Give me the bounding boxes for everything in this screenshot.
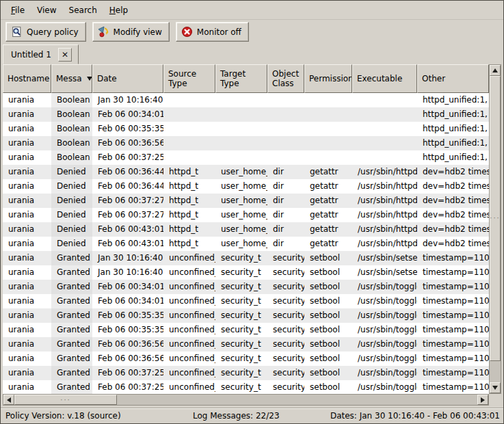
cell-target: security_t	[215, 323, 267, 337]
modify-view-button[interactable]: Modify view	[92, 22, 170, 42]
cell-objclass	[267, 93, 304, 107]
sort-desc-icon	[87, 77, 92, 81]
cell-executable	[352, 122, 417, 136]
cell-hostname: urania	[3, 222, 51, 237]
tab-close-button[interactable]: ✕	[58, 48, 72, 62]
scroll-up-button[interactable]	[490, 65, 501, 76]
cell-other: dev=hdb2 timesta	[417, 165, 489, 179]
scroll-down-button[interactable]	[490, 382, 501, 393]
cell-permission: getattr	[304, 237, 352, 251]
cell-permission: getattr	[304, 208, 352, 222]
table-row[interactable]: uraniaGrantedFeb 06 00:36:56unconfined_s…	[3, 337, 489, 352]
cell-date: Feb 06 00:34:01	[92, 280, 163, 294]
cell-objclass: security	[267, 352, 304, 366]
table-row[interactable]: uraniaDeniedFeb 06 00:37:27httpd_tuser_h…	[3, 208, 489, 222]
cell-target	[215, 107, 267, 122]
cell-hostname: urania	[3, 265, 51, 280]
cell-message: Boolean	[51, 122, 92, 136]
monitor-off-label: Monitor off	[197, 27, 241, 37]
cell-executable: /usr/sbin/httpd	[352, 237, 417, 251]
horizontal-scrollbar[interactable]: ···	[3, 394, 489, 406]
table-row[interactable]: uraniaGrantedFeb 06 00:35:35unconfined_s…	[3, 323, 489, 337]
scroll-left-button[interactable]	[3, 395, 14, 405]
tab-untitled-1[interactable]: Untitled 1 ✕	[3, 44, 79, 64]
cell-hostname: urania	[3, 194, 51, 208]
cell-date: Jan 30 10:16:40	[92, 93, 163, 107]
table-row[interactable]: uraniaBooleanJan 30 10:16:40httpd_unifie…	[3, 93, 489, 107]
cell-target	[215, 150, 267, 165]
close-icon: ✕	[62, 51, 68, 59]
query-policy-button[interactable]: Query policy	[5, 22, 86, 42]
table-row[interactable]: uraniaGrantedFeb 06 00:34:01unconfined_s…	[3, 294, 489, 308]
horizontal-scroll-thumb[interactable]: ···	[14, 395, 117, 405]
cell-permission	[304, 150, 352, 165]
table-row[interactable]: uraniaDeniedFeb 06 00:43:01httpd_tuser_h…	[3, 222, 489, 237]
cell-target: security_t	[215, 294, 267, 308]
table-row[interactable]: uraniaGrantedFeb 06 00:36:56unconfined_s…	[3, 352, 489, 366]
table-row[interactable]: uraniaDeniedFeb 06 00:37:27httpd_tuser_h…	[3, 194, 489, 208]
scroll-right-button[interactable]	[477, 395, 488, 405]
app-window: FileViewSearchHelp Query policy	[0, 0, 504, 424]
cell-executable	[352, 93, 417, 107]
cell-target: security_t	[215, 251, 267, 265]
column-header-target-type[interactable]: Target Type	[215, 64, 267, 93]
cell-target: security_t	[215, 265, 267, 280]
table-row[interactable]: uraniaGrantedJan 30 10:16:40unconfined_s…	[3, 265, 489, 280]
vertical-scroll-thumb[interactable]: ···	[490, 76, 501, 361]
column-header-message[interactable]: Messa	[51, 64, 92, 93]
cell-message: Granted	[51, 337, 92, 352]
menu-item-search[interactable]: Search	[63, 3, 103, 17]
column-header-permission[interactable]: Permission	[304, 64, 352, 93]
table-row[interactable]: uraniaGrantedFeb 06 00:35:35unconfined_s…	[3, 308, 489, 323]
column-header-message-label: Messa	[56, 74, 82, 83]
tab-strip: Untitled 1 ✕	[1, 44, 503, 64]
vertical-scrollbar[interactable]: ···	[489, 64, 501, 394]
cell-date: Feb 06 00:35:35	[92, 122, 163, 136]
cell-source: unconfined_	[163, 352, 215, 366]
table-row[interactable]: uraniaGrantedFeb 06 00:37:25unconfined_s…	[3, 380, 489, 394]
table-row[interactable]: uraniaBooleanFeb 06 00:35:35httpd_unifie…	[3, 122, 489, 136]
cell-other: timestamp=11076	[417, 352, 489, 366]
monitor-off-button[interactable]: Monitor off	[176, 22, 249, 42]
table-row[interactable]: uraniaBooleanFeb 06 00:36:56httpd_unifie…	[3, 136, 489, 150]
cell-executable: /usr/sbin/httpd	[352, 222, 417, 237]
cell-message: Granted	[51, 265, 92, 280]
cell-date: Feb 06 00:35:35	[92, 308, 163, 323]
cell-objclass	[267, 136, 304, 150]
column-header-other[interactable]: Other	[417, 64, 489, 93]
column-header-date[interactable]: Date	[92, 64, 163, 93]
vertical-scroll-track[interactable]: ···	[490, 76, 501, 382]
cell-permission: setbool	[304, 251, 352, 265]
cell-hostname: urania	[3, 323, 51, 337]
menu-item-file[interactable]: File	[5, 3, 31, 17]
cell-source: unconfined_	[163, 380, 215, 394]
table-row[interactable]: uraniaBooleanFeb 06 00:37:25httpd_unifie…	[3, 150, 489, 165]
cell-other: timestamp=11071	[417, 265, 489, 280]
table-row[interactable]: uraniaGrantedFeb 06 00:34:01unconfined_s…	[3, 280, 489, 294]
table-row[interactable]: uraniaGrantedJan 30 10:16:40unconfined_s…	[3, 251, 489, 265]
cell-hostname: urania	[3, 165, 51, 179]
cell-target: user_home_	[215, 237, 267, 251]
cell-other: timestamp=11076	[417, 280, 489, 294]
horizontal-scroll-track[interactable]: ···	[14, 395, 477, 405]
cell-other: timestamp=11071	[417, 251, 489, 265]
cell-hostname: urania	[3, 107, 51, 122]
cell-target: user_home_	[215, 208, 267, 222]
table-row[interactable]: uraniaDeniedFeb 06 00:43:01httpd_tuser_h…	[3, 237, 489, 251]
cell-source: unconfined_	[163, 308, 215, 323]
cell-date: Feb 06 00:34:01	[92, 294, 163, 308]
column-header-object-class[interactable]: Object Class	[267, 64, 304, 93]
menu-item-view[interactable]: View	[31, 3, 62, 17]
column-header-executable[interactable]: Executable	[352, 64, 417, 93]
column-header-hostname[interactable]: Hostname	[3, 64, 51, 93]
table-row[interactable]: uraniaDeniedFeb 06 00:36:44httpd_tuser_h…	[3, 179, 489, 194]
menu-item-help[interactable]: Help	[103, 3, 134, 17]
cell-permission: setbool	[304, 294, 352, 308]
cell-message: Granted	[51, 380, 92, 394]
table-row[interactable]: uraniaDeniedFeb 06 00:36:44httpd_tuser_h…	[3, 165, 489, 179]
table-row[interactable]: uraniaBooleanFeb 06 00:34:01httpd_unifie…	[3, 107, 489, 122]
cell-message: Granted	[51, 352, 92, 366]
cell-source: httpd_t	[163, 237, 215, 251]
column-header-source-type[interactable]: Source Type	[163, 64, 215, 93]
table-row[interactable]: uraniaGrantedFeb 06 00:37:25unconfined_s…	[3, 366, 489, 380]
